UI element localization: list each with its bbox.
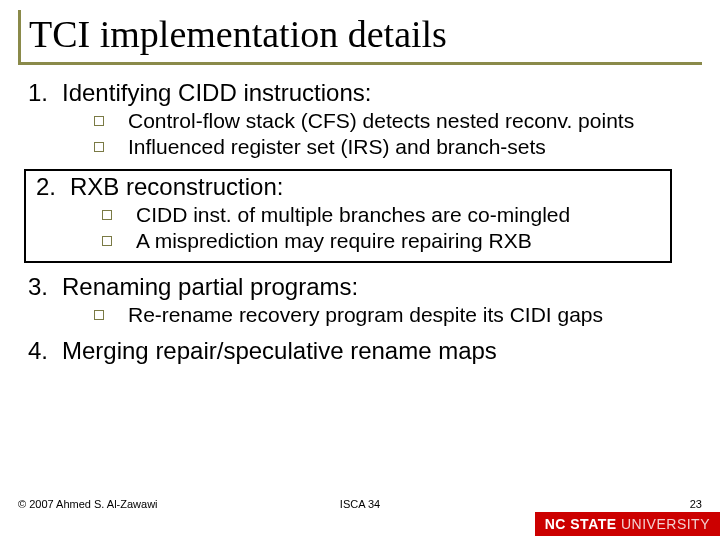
list-item: 4. Merging repair/speculative rename map… — [24, 337, 702, 365]
highlight-box: 2. RXB reconstruction: CIDD inst. of mul… — [24, 169, 672, 263]
sub-item: Influenced register set (IRS) and branch… — [94, 135, 702, 159]
sub-item: A misprediction may require repairing RX… — [102, 229, 664, 253]
brand-text-b: UNIVERSITY — [617, 516, 710, 532]
content-area: 1. Identifying CIDD instructions: Contro… — [18, 79, 702, 365]
sub-list: Control-flow stack (CFS) detects nested … — [24, 109, 702, 159]
sub-text: Re-rename recovery program despite its C… — [128, 303, 603, 327]
sub-item: CIDD inst. of multiple branches are co-m… — [102, 203, 664, 227]
sub-text: CIDD inst. of multiple branches are co-m… — [136, 203, 570, 227]
slide: TCI implementation details 1. Identifyin… — [0, 0, 720, 540]
square-bullet-icon — [102, 210, 112, 220]
list-number: 4. — [24, 337, 48, 365]
square-bullet-icon — [94, 116, 104, 126]
sub-text: Control-flow stack (CFS) detects nested … — [128, 109, 634, 133]
footer-center: ISCA 34 — [340, 498, 380, 510]
sub-item: Control-flow stack (CFS) detects nested … — [94, 109, 702, 133]
list-text: Merging repair/speculative rename maps — [62, 337, 497, 365]
brand-text-a: NC STATE — [545, 516, 617, 532]
list-text: RXB reconstruction: — [70, 173, 283, 201]
list-item: 3. Renaming partial programs: — [24, 273, 702, 301]
footer: © 2007 Ahmed S. Al-Zawawi ISCA 34 23 — [18, 498, 702, 510]
square-bullet-icon — [94, 310, 104, 320]
list-number: 3. — [24, 273, 48, 301]
square-bullet-icon — [94, 142, 104, 152]
square-bullet-icon — [102, 236, 112, 246]
footer-page-number: 23 — [690, 498, 702, 510]
sub-item: Re-rename recovery program despite its C… — [94, 303, 702, 327]
sub-list: Re-rename recovery program despite its C… — [24, 303, 702, 327]
list-number: 1. — [24, 79, 48, 107]
list-text: Renaming partial programs: — [62, 273, 358, 301]
title-container: TCI implementation details — [18, 10, 702, 65]
footer-left: © 2007 Ahmed S. Al-Zawawi — [18, 498, 158, 510]
list-item: 2. RXB reconstruction: — [32, 173, 664, 201]
brand-badge: NC STATE UNIVERSITY — [535, 512, 720, 536]
list-number: 2. — [32, 173, 56, 201]
sub-list: CIDD inst. of multiple branches are co-m… — [32, 203, 664, 253]
sub-text: A misprediction may require repairing RX… — [136, 229, 532, 253]
list-text: Identifying CIDD instructions: — [62, 79, 371, 107]
slide-title: TCI implementation details — [29, 12, 702, 56]
list-item: 1. Identifying CIDD instructions: — [24, 79, 702, 107]
sub-text: Influenced register set (IRS) and branch… — [128, 135, 546, 159]
